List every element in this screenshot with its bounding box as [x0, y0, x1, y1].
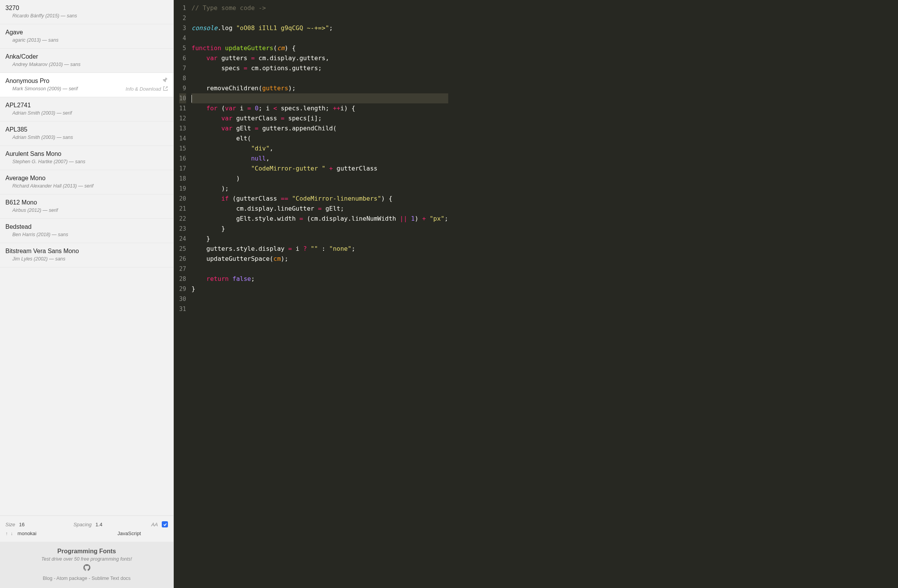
language-select[interactable]: JavaScript: [117, 531, 141, 536]
font-item[interactable]: Agaveagaric (2013) — sans: [0, 24, 173, 49]
line-number: 23: [179, 224, 186, 234]
font-meta: Adrian Smith (2003) — sans: [5, 135, 168, 140]
code-line[interactable]: var gElt = gutters.appendChild(: [191, 123, 448, 133]
code-line[interactable]: gElt.style.width = (cm.display.lineNumWi…: [191, 214, 448, 224]
line-number: 26: [179, 254, 186, 264]
font-meta: Ben Harris (2018) — sans: [5, 232, 168, 237]
font-meta: Richard Alexander Hall (2013) — serif: [5, 183, 168, 189]
font-meta: Airbus (2012) — serif: [5, 208, 168, 213]
code-line[interactable]: specs = cm.options.gutters;: [191, 63, 448, 73]
code-line[interactable]: "CodeMirror-gutter " + gutterClass: [191, 164, 448, 174]
code-line[interactable]: for (var i = 0; i < specs.length; ++i) {: [191, 103, 448, 113]
line-number: 6: [179, 53, 186, 63]
font-meta: Stephen G. Hartke (2007) — sans: [5, 159, 168, 164]
code-line[interactable]: gutters.style.display = i ? "" : "none";: [191, 244, 448, 254]
font-item[interactable]: Bitstream Vera Sans MonoJim Lyles (2002)…: [0, 243, 173, 267]
code-line[interactable]: [191, 264, 448, 274]
editor-code[interactable]: // Type some code -> console.log "oO08 i…: [189, 0, 448, 588]
line-number: 10: [179, 93, 186, 103]
line-number: 27: [179, 264, 186, 274]
code-line[interactable]: cm.display.lineGutter = gElt;: [191, 204, 448, 214]
font-item[interactable]: APL2741Adrian Smith (2003) — serif: [0, 97, 173, 122]
line-number: 12: [179, 113, 186, 123]
font-name: 3270: [5, 5, 168, 12]
line-number: 29: [179, 284, 186, 294]
code-editor[interactable]: 1234567891011121314151617181920212223242…: [174, 0, 898, 588]
spacing-label: Spacing: [73, 522, 91, 527]
font-name: Anonymous Pro: [5, 78, 168, 84]
code-line[interactable]: // Type some code ->: [191, 3, 448, 13]
font-meta: Jim Lyles (2002) — sans: [5, 256, 168, 262]
font-name: Bitstream Vera Sans Mono: [5, 248, 168, 255]
theme-select[interactable]: monokai: [17, 531, 36, 536]
external-link-icon: [163, 86, 168, 92]
font-meta: Andrey Makarov (2010) — sans: [5, 62, 168, 67]
font-name: Aurulent Sans Mono: [5, 150, 168, 157]
code-line[interactable]: }: [191, 234, 448, 244]
code-line[interactable]: }: [191, 284, 448, 294]
editor-gutter: 1234567891011121314151617181920212223242…: [174, 0, 189, 588]
github-icon[interactable]: [4, 564, 169, 573]
code-line[interactable]: [191, 294, 448, 304]
code-line[interactable]: updateGutterSpace(cm);: [191, 254, 448, 264]
font-name: Average Mono: [5, 175, 168, 182]
line-number: 11: [179, 103, 186, 113]
line-number: 16: [179, 154, 186, 164]
footer-title: Programming Fonts: [4, 548, 169, 555]
code-line[interactable]: null,: [191, 154, 448, 164]
size-value[interactable]: 16: [19, 522, 24, 527]
font-meta: agaric (2013) — sans: [5, 37, 168, 43]
line-number: 14: [179, 133, 186, 144]
antialias-checkbox[interactable]: [162, 521, 168, 527]
code-line[interactable]: elt(: [191, 133, 448, 144]
code-line[interactable]: }: [191, 224, 448, 234]
font-list[interactable]: 3270Ricardo Bánffy (2015) — sansAgaveaga…: [0, 0, 173, 515]
line-number: 28: [179, 274, 186, 284]
pin-icon[interactable]: [162, 77, 168, 84]
code-line[interactable]: [191, 73, 448, 83]
footer-link-sublime[interactable]: Sublime Text docs: [91, 576, 130, 581]
code-line[interactable]: "div",: [191, 144, 448, 154]
font-name: APL2741: [5, 102, 168, 109]
font-item[interactable]: 3270Ricardo Bánffy (2015) — sans: [0, 0, 173, 24]
font-item[interactable]: BedsteadBen Harris (2018) — sans: [0, 219, 173, 243]
code-line[interactable]: var gutters = cm.display.gutters,: [191, 53, 448, 63]
code-line[interactable]: function updateGutters(cm) {: [191, 43, 448, 53]
font-item[interactable]: APL385Adrian Smith (2003) — sans: [0, 122, 173, 146]
spacing-value[interactable]: 1.4: [95, 522, 102, 527]
line-number: 9: [179, 83, 186, 93]
code-line[interactable]: [191, 93, 448, 103]
code-line[interactable]: return false;: [191, 274, 448, 284]
line-number: 20: [179, 194, 186, 204]
line-number: 25: [179, 244, 186, 254]
line-number: 5: [179, 43, 186, 53]
line-number: 19: [179, 184, 186, 194]
code-line[interactable]: );: [191, 184, 448, 194]
footer-link-atom[interactable]: Atom package: [56, 576, 87, 581]
line-number: 24: [179, 234, 186, 244]
info-download-link[interactable]: Info & Download: [125, 86, 168, 92]
font-item[interactable]: Anka/CoderAndrey Makarov (2010) — sans: [0, 49, 173, 73]
line-number: 17: [179, 164, 186, 174]
code-line[interactable]: removeChildren(gutters);: [191, 83, 448, 93]
footer-link-blog[interactable]: Blog: [43, 576, 53, 581]
font-meta: Adrian Smith (2003) — serif: [5, 110, 168, 116]
font-item[interactable]: Average MonoRichard Alexander Hall (2013…: [0, 170, 173, 194]
line-number: 1: [179, 3, 186, 13]
size-label: Size: [5, 522, 15, 527]
line-number: 13: [179, 123, 186, 133]
font-item[interactable]: B612 MonoAirbus (2012) — serif: [0, 194, 173, 219]
code-line[interactable]: if (gutterClass == "CodeMirror-linenumbe…: [191, 194, 448, 204]
code-line[interactable]: [191, 304, 448, 314]
theme-arrows-icon[interactable]: ↑ ↓: [5, 531, 14, 536]
code-line[interactable]: ): [191, 174, 448, 184]
font-item[interactable]: Aurulent Sans MonoStephen G. Hartke (200…: [0, 146, 173, 170]
code-line[interactable]: [191, 13, 448, 23]
font-item[interactable]: Anonymous ProMark Simonson (2009) — seri…: [0, 73, 173, 97]
code-line[interactable]: [191, 33, 448, 43]
code-line[interactable]: console.log "oO08 iIlL1 g9qCGQ ~-+=>";: [191, 23, 448, 33]
controls-panel: Size 16 Spacing 1.4 AA ↑ ↓ monokai JavaS…: [0, 515, 173, 542]
code-line[interactable]: var gutterClass = specs[i];: [191, 113, 448, 123]
line-number: 7: [179, 63, 186, 73]
line-number: 3: [179, 23, 186, 33]
